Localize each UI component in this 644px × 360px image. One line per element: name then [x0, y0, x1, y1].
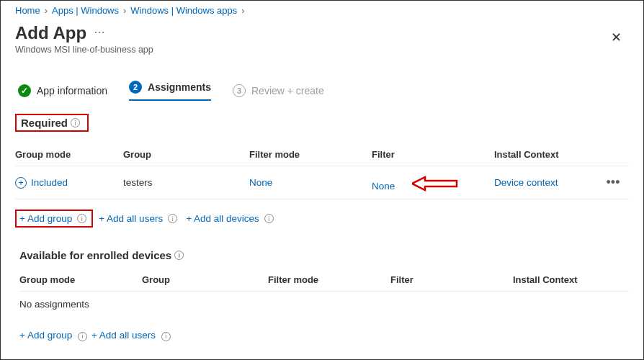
add-group-button[interactable]: + Add group i: [19, 330, 87, 341]
group-cell: testers: [123, 177, 249, 188]
info-icon[interactable]: i: [264, 214, 274, 223]
filter-cell[interactable]: None: [372, 181, 395, 192]
step-number-icon: 2: [129, 81, 142, 94]
available-heading-label: Available for enrolled devices: [19, 249, 171, 261]
add-all-users-button[interactable]: + Add all users i: [91, 330, 171, 341]
required-heading-highlight: Required i: [15, 114, 89, 132]
col-group: Group: [142, 274, 268, 285]
checkmark-icon: ✓: [18, 84, 31, 97]
available-heading: Available for enrolled devices i: [19, 249, 629, 261]
add-all-devices-label: + Add all devices: [186, 213, 259, 224]
info-icon[interactable]: i: [77, 214, 86, 223]
add-all-users-label: + Add all users: [99, 213, 163, 224]
svg-marker-0: [412, 177, 457, 190]
info-icon[interactable]: i: [71, 118, 80, 127]
info-icon[interactable]: i: [161, 332, 171, 341]
col-group-mode: Group mode: [15, 149, 123, 160]
filter-cell-wrapper: None: [372, 174, 494, 192]
col-filter-mode: Filter mode: [268, 274, 390, 285]
wizard-step-label: Review + create: [251, 85, 324, 96]
no-assignments-text: No assignments: [19, 291, 629, 321]
add-group-label: + Add group: [19, 213, 72, 224]
step-number-icon: 3: [233, 84, 246, 97]
filter-mode-cell[interactable]: None: [249, 177, 372, 188]
page-subtitle: Windows MSI line-of-business app: [15, 45, 153, 55]
wizard-step-assignments[interactable]: 2 Assignments: [129, 81, 211, 101]
install-context-cell[interactable]: Device context: [494, 177, 599, 188]
col-filter: Filter: [390, 274, 513, 285]
wizard-step-label: App information: [37, 85, 107, 96]
info-icon[interactable]: i: [78, 332, 87, 341]
breadcrumb-windows-apps[interactable]: Windows | Windows apps: [130, 5, 237, 16]
group-mode-label: Included: [31, 177, 68, 188]
arrow-annotation-icon: [412, 174, 460, 192]
add-all-devices-button[interactable]: + Add all devices i: [183, 212, 277, 225]
col-filter-mode: Filter mode: [249, 149, 372, 160]
wizard-steps: ✓ App information 2 Assignments 3 Review…: [18, 81, 629, 101]
page-title: Add App: [15, 23, 86, 43]
group-mode-cell[interactable]: + Included: [15, 177, 123, 189]
col-group-mode: Group mode: [19, 274, 142, 285]
add-all-users-label: + Add all users: [91, 330, 156, 341]
chevron-right-icon: ›: [123, 5, 126, 16]
chevron-right-icon: ›: [45, 5, 48, 16]
plus-circle-icon: +: [15, 177, 27, 189]
wizard-step-app-information[interactable]: ✓ App information: [18, 84, 107, 97]
add-group-button[interactable]: + Add group i: [17, 212, 89, 225]
row-more-icon[interactable]: •••: [599, 175, 627, 190]
more-icon[interactable]: …: [94, 23, 105, 36]
breadcrumb-home[interactable]: Home: [15, 5, 40, 16]
table-header: Group mode Group Filter mode Filter Inst…: [15, 149, 629, 166]
breadcrumb: Home › Apps | Windows › Windows | Window…: [15, 5, 629, 16]
available-table-header: Group mode Group Filter mode Filter Inst…: [19, 261, 629, 291]
col-install-context: Install Context: [513, 274, 617, 285]
required-heading: Required: [21, 117, 68, 129]
col-group: Group: [123, 149, 249, 160]
close-icon[interactable]: ✕: [604, 25, 629, 50]
add-group-label: + Add group: [19, 330, 72, 341]
available-add-links: + Add group i + Add all users i: [19, 330, 629, 341]
info-icon[interactable]: i: [168, 214, 177, 223]
required-add-links: + Add group i + Add all users i + Add al…: [15, 210, 629, 228]
table-row: + Included testers None None Device cont…: [15, 166, 629, 199]
info-icon[interactable]: i: [174, 251, 184, 260]
col-install-context: Install Context: [494, 149, 599, 160]
wizard-step-review-create: 3 Review + create: [233, 84, 324, 97]
wizard-step-label: Assignments: [148, 81, 211, 93]
breadcrumb-apps-windows[interactable]: Apps | Windows: [52, 5, 119, 16]
required-table: Group mode Group Filter mode Filter Inst…: [15, 149, 629, 199]
col-filter: Filter: [372, 149, 494, 160]
chevron-right-icon: ›: [241, 5, 244, 16]
add-all-users-button[interactable]: + Add all users i: [96, 212, 180, 225]
